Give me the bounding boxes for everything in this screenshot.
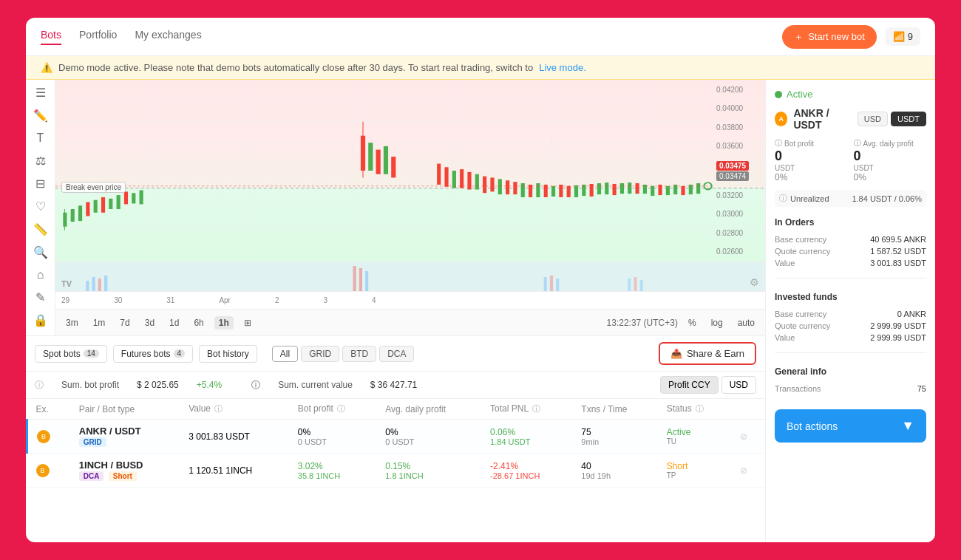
time-1m[interactable]: 1m bbox=[89, 316, 110, 329]
pencil2-icon[interactable]: ✎ bbox=[35, 290, 45, 304]
time-3m[interactable]: 3m bbox=[61, 316, 83, 329]
tab-my-exchanges[interactable]: My exchanges bbox=[135, 29, 201, 45]
svg-rect-22 bbox=[109, 199, 112, 209]
time-7d[interactable]: 7d bbox=[115, 316, 134, 329]
zoom-icon[interactable]: 🔍 bbox=[33, 245, 48, 259]
svg-rect-81 bbox=[634, 277, 636, 291]
table-row[interactable]: B 1INCH / BUSD DCA Short 1 120.51 1INCH … bbox=[27, 454, 766, 488]
lines-icon[interactable]: ⊟ bbox=[35, 177, 45, 191]
svg-rect-30 bbox=[376, 150, 381, 174]
svg-rect-72 bbox=[98, 279, 101, 291]
in-orders-grid: Base currency 40 699.5 ANKR Quote curren… bbox=[775, 235, 926, 267]
log-btn[interactable]: log bbox=[707, 316, 727, 329]
cur-usd[interactable]: USD bbox=[858, 112, 888, 126]
col-status: Status ⓘ bbox=[658, 399, 732, 420]
demo-banner-text: Demo mode active. Please note that demo … bbox=[58, 62, 533, 73]
pen-icon[interactable]: ✏️ bbox=[33, 109, 48, 123]
svg-rect-50 bbox=[567, 186, 571, 197]
filter-all[interactable]: All bbox=[272, 346, 298, 362]
app-container: Bots Portfolio My exchanges ＋ Start new … bbox=[26, 18, 935, 542]
invested-grid: Base currency 0 ANKR Quote currency 2 99… bbox=[775, 310, 926, 342]
svg-rect-80 bbox=[628, 279, 631, 291]
svg-rect-24 bbox=[124, 191, 128, 204]
pair-title: ANKR / USDT bbox=[793, 107, 851, 131]
ruler-icon[interactable]: 📏 bbox=[33, 222, 48, 236]
auto-btn[interactable]: auto bbox=[733, 316, 759, 329]
filter-btd[interactable]: BTD bbox=[342, 346, 376, 362]
exchange-cell: B bbox=[27, 420, 70, 454]
usd-button[interactable]: USD bbox=[721, 376, 756, 394]
futures-bots-tab[interactable]: Futures bots 4 bbox=[113, 345, 193, 363]
svg-rect-20 bbox=[94, 200, 98, 213]
svg-rect-56 bbox=[613, 184, 617, 195]
in-orders-quote-value: 1 587.52 USDT bbox=[870, 247, 926, 256]
svg-rect-15 bbox=[63, 213, 67, 227]
text-icon[interactable]: T bbox=[37, 132, 44, 145]
svg-rect-54 bbox=[597, 183, 601, 194]
action-icon[interactable]: ⊘ bbox=[740, 465, 747, 476]
svg-rect-40 bbox=[490, 177, 494, 191]
tab-portfolio[interactable]: Portfolio bbox=[79, 29, 117, 45]
time-1h[interactable]: 1h bbox=[214, 316, 234, 329]
bot-history-tab[interactable]: Bot history bbox=[199, 345, 257, 363]
compare-icon[interactable]: ⊞ bbox=[240, 316, 256, 329]
avg-daily-label: Avg. daily profit bbox=[863, 140, 914, 148]
invested-value-label: Value bbox=[775, 333, 795, 342]
table-row[interactable]: B ANKR / USDT GRID 3 001.83 USDT 0% 0 US… bbox=[27, 420, 766, 454]
action-cell[interactable]: ⊘ bbox=[731, 454, 765, 488]
pct-btn[interactable]: % bbox=[684, 316, 701, 329]
invested-quote-row: Quote currency 2 999.99 USDT bbox=[775, 321, 926, 330]
general-info-title: General info bbox=[775, 366, 926, 377]
bot-actions-button[interactable]: Bot actions ▼ bbox=[775, 409, 926, 443]
filter-dca[interactable]: DCA bbox=[379, 346, 414, 362]
bot-profit-unit: USDT bbox=[775, 164, 848, 172]
history-label: Bot history bbox=[207, 349, 249, 359]
sum-profit-value: $ 2 025.65 bbox=[137, 380, 179, 390]
tab-bots[interactable]: Bots bbox=[41, 29, 61, 45]
svg-rect-33 bbox=[437, 164, 441, 185]
action-cell[interactable]: ⊘ bbox=[731, 420, 765, 454]
heart-icon[interactable]: ♡ bbox=[35, 199, 46, 214]
filter-grid[interactable]: GRID bbox=[301, 346, 339, 362]
bot-profit-pct: 0% bbox=[775, 172, 848, 182]
signal-badge: 📶 9 bbox=[886, 27, 920, 46]
avg-daily-unit: USDT bbox=[854, 164, 927, 172]
crosshair-icon[interactable]: ☰ bbox=[35, 86, 46, 100]
bot-type-badge-grid: GRID bbox=[79, 437, 106, 447]
invested-base-value: 0 ANKR bbox=[897, 310, 926, 318]
chevron-down-icon: ▼ bbox=[901, 418, 914, 434]
info-icon-adp: ⓘ bbox=[854, 138, 861, 148]
start-bot-button[interactable]: ＋ Start new bot bbox=[782, 25, 877, 49]
svg-rect-34 bbox=[444, 167, 448, 186]
lock-icon[interactable]: 🔒 bbox=[33, 313, 48, 327]
svg-rect-51 bbox=[574, 185, 578, 197]
spot-bots-tab[interactable]: Spot bots 14 bbox=[35, 345, 107, 363]
cur-usdt[interactable]: USDT bbox=[891, 112, 926, 126]
demo-banner: ⚠️ Demo mode active. Please note that de… bbox=[26, 56, 935, 80]
currency-tabs: USD USDT bbox=[858, 112, 926, 126]
settings-icon[interactable]: ⚙ bbox=[750, 276, 759, 288]
share-earn-button[interactable]: 📤 Share & Earn bbox=[659, 342, 756, 365]
time-1d[interactable]: 1d bbox=[165, 316, 183, 329]
bots-table: Ex. Pair / Bot type Value ⓘ Bot profit ⓘ… bbox=[26, 399, 765, 542]
house-icon[interactable]: ⌂ bbox=[37, 268, 44, 281]
svg-rect-71 bbox=[92, 277, 95, 291]
col-total-pnl: Total PNL ⓘ bbox=[481, 399, 572, 420]
share-icon: 📤 bbox=[670, 348, 682, 359]
svg-rect-35 bbox=[452, 171, 456, 188]
measure-icon[interactable]: ⚖ bbox=[35, 154, 46, 168]
col-actions bbox=[731, 399, 765, 420]
profit-ccy-button[interactable]: Profit CCY bbox=[660, 376, 719, 394]
total-pnl-cell: -2.41% -28.67 1INCH bbox=[481, 454, 572, 488]
header-right: ＋ Start new bot 📶 9 bbox=[782, 25, 920, 49]
action-icon[interactable]: ⊘ bbox=[740, 431, 747, 442]
active-dot bbox=[775, 91, 782, 98]
time-6h[interactable]: 6h bbox=[189, 316, 208, 329]
live-mode-link[interactable]: Live mode. bbox=[539, 62, 586, 73]
bottom-panel: Spot bots 14 Futures bots 4 Bot history … bbox=[26, 335, 765, 542]
spot-bots-count: 14 bbox=[84, 349, 99, 358]
svg-rect-45 bbox=[529, 185, 532, 197]
svg-rect-67 bbox=[696, 183, 700, 194]
time-3d[interactable]: 3d bbox=[140, 316, 159, 329]
col-value: Value ⓘ bbox=[180, 399, 289, 420]
